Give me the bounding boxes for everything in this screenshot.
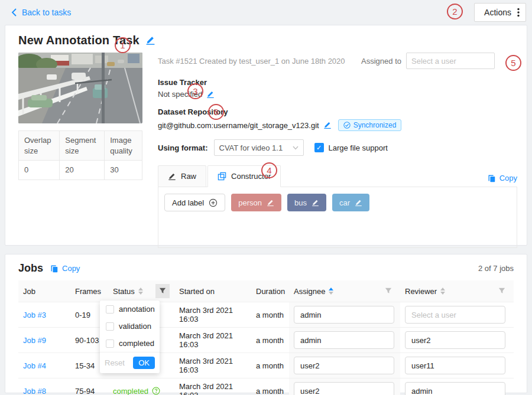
filter-option-completed[interactable]: completed <box>100 335 160 352</box>
param-value-quality: 30 <box>105 161 142 180</box>
task-details-card: New Annotation Task <box>5 25 527 246</box>
question-circle-icon <box>152 387 160 395</box>
reviewer-input[interactable] <box>405 306 505 324</box>
kebab-menu-icon <box>517 8 520 17</box>
tab-constructor[interactable]: Constructor <box>207 165 281 187</box>
assigned-to-placeholder: Select a user <box>411 57 456 66</box>
filter-ok-button[interactable]: OK <box>133 357 155 369</box>
assignee-input[interactable] <box>294 306 394 324</box>
edit-label-icon <box>312 199 319 207</box>
pencil-icon <box>168 172 176 181</box>
sync-status-badge: Synchronized <box>338 119 402 131</box>
assignee-input[interactable] <box>294 357 394 374</box>
edit-issue-tracker-icon[interactable] <box>206 90 215 99</box>
labels-copy-button[interactable]: Copy <box>488 174 517 187</box>
column-header-assignee: Assignee <box>294 287 325 296</box>
column-header-started: Started on <box>174 280 251 302</box>
table-row: Job #8 75-94 completed March 3rd 2021 16… <box>18 378 514 395</box>
block-icon <box>218 172 226 181</box>
checkbox-unchecked-icon <box>106 305 114 314</box>
large-file-checkbox[interactable]: ✓ Large file support <box>314 143 388 152</box>
assignee-sort-button[interactable] <box>329 288 333 295</box>
label-tag-car[interactable]: car <box>332 194 369 211</box>
table-row: Job #3 0-19 March 3rd 2021 16:03 a month <box>18 302 514 328</box>
labels-constructor-panel: Add label person bus <box>158 187 517 248</box>
label-tag-bus-name: bus <box>294 198 307 207</box>
param-value-segment: 20 <box>60 161 105 180</box>
job-link[interactable]: Job #8 <box>23 387 46 395</box>
add-label-button[interactable]: Add label <box>164 194 225 211</box>
duration-cell: a month <box>251 353 289 378</box>
reviewer-input[interactable] <box>405 357 505 374</box>
column-header-duration: Duration <box>251 280 289 302</box>
jobs-copy-label: Copy <box>62 264 80 273</box>
assigned-to-select[interactable]: Select a user <box>406 53 495 69</box>
label-tag-bus[interactable]: bus <box>287 194 326 211</box>
status-sort-button[interactable] <box>138 288 143 295</box>
column-header-reviewer: Reviewer <box>405 287 437 296</box>
duration-cell: a month <box>251 378 289 395</box>
reviewer-filter-icon[interactable] <box>495 284 509 298</box>
back-chevron-icon <box>11 8 18 17</box>
column-header-status: Status <box>113 287 135 296</box>
duration-cell: a month <box>251 328 289 353</box>
filter-option-validation[interactable]: validation <box>100 318 160 335</box>
job-link[interactable]: Job #4 <box>23 361 46 370</box>
jobs-copy-button[interactable]: Copy <box>50 264 80 273</box>
edit-repository-icon[interactable] <box>323 121 332 129</box>
edit-task-name-icon[interactable] <box>145 35 155 45</box>
table-row: Job #9 90-103 March 3rd 2021 16:03 a mon… <box>18 328 514 353</box>
sync-badge-label: Synchronized <box>353 121 397 129</box>
page-title: New Annotation Task <box>18 34 140 47</box>
reviewer-input[interactable] <box>405 331 505 349</box>
started-cell: March 3rd 2021 16:03 <box>174 328 251 353</box>
actions-button[interactable]: Actions <box>474 3 526 22</box>
jobs-count: 2 of 7 jobs <box>478 264 514 273</box>
task-params-table: Overlap size Segment size Image quality … <box>18 130 142 180</box>
filter-option-validation-label: validation <box>119 322 151 331</box>
tab-raw[interactable]: Raw <box>158 165 206 187</box>
using-format-label: Using format: <box>158 143 208 152</box>
jobs-card: Jobs Copy 2 of 7 jobs Job Frames Status <box>5 254 527 393</box>
assignee-filter-icon[interactable] <box>381 284 395 298</box>
assignee-input[interactable] <box>294 331 394 349</box>
label-tag-person-name: person <box>238 198 262 207</box>
started-cell: March 3rd 2021 16:03 <box>174 353 251 378</box>
filter-option-annotation[interactable]: annotation <box>100 301 160 318</box>
assignee-input[interactable] <box>294 382 394 395</box>
plus-circle-icon <box>209 198 218 207</box>
jobs-title: Jobs <box>18 262 43 275</box>
param-value-overlap: 0 <box>19 161 60 180</box>
filter-reset-button[interactable]: Reset <box>105 358 125 367</box>
param-header-overlap: Overlap size <box>19 131 60 161</box>
frames-cell: 75-94 <box>70 378 108 395</box>
reviewer-sort-button[interactable] <box>440 288 445 295</box>
assigned-to-label: Assigned to <box>361 57 401 66</box>
reviewer-input[interactable] <box>405 382 505 395</box>
back-to-tasks-link[interactable]: Back to tasks <box>11 8 71 17</box>
chevron-down-icon <box>293 146 299 150</box>
add-label-text: Add label <box>172 198 204 207</box>
label-tag-person[interactable]: person <box>231 194 281 211</box>
format-select[interactable]: CVAT for video 1.1 <box>214 139 304 156</box>
copy-icon <box>50 265 59 273</box>
task-meta-text: Task #1521 Created by test_user_1 on Jun… <box>158 57 345 66</box>
status-text: completed <box>113 387 148 395</box>
started-cell: March 3rd 2021 16:03 <box>174 378 251 395</box>
table-row: Job #4 15-34 March 3rd 2021 16:03 a mont… <box>18 353 514 378</box>
dataset-repository-url: git@github.com:username/git_storage_v123… <box>158 121 319 130</box>
job-link[interactable]: Job #9 <box>23 336 46 345</box>
large-file-label: Large file support <box>329 143 388 152</box>
status-filter-dropdown: annotation validation completed Reset OK <box>100 301 160 373</box>
label-tag-car-name: car <box>339 198 350 207</box>
filter-option-annotation-label: annotation <box>119 305 155 314</box>
task-preview-image <box>18 53 142 123</box>
edit-label-icon <box>355 199 362 207</box>
status-filter-icon[interactable] <box>155 284 170 298</box>
column-header-job: Job <box>18 280 70 302</box>
dataset-repository-label: Dataset Repository <box>158 107 228 116</box>
param-header-segment: Segment size <box>60 131 105 161</box>
status-badge: completed <box>113 387 160 395</box>
param-header-quality: Image quality <box>105 131 142 161</box>
job-link[interactable]: Job #3 <box>23 311 46 319</box>
